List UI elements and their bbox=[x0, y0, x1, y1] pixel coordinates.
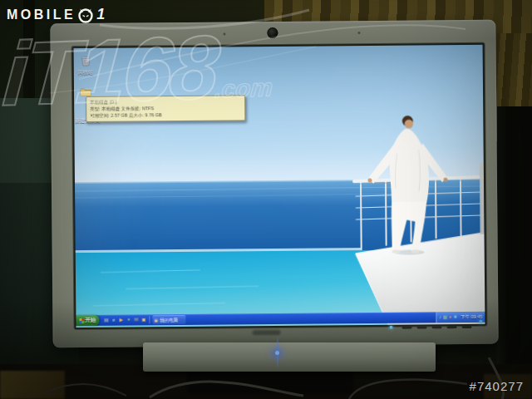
start-label: 开始 bbox=[85, 317, 96, 324]
soundbar bbox=[143, 342, 436, 372]
monitor-control-buttons bbox=[402, 326, 479, 330]
system-tray: ♪ ▦ ● ✱ 下午 09:45 bbox=[436, 312, 485, 323]
it168-watermark: iT168.com bbox=[0, 20, 278, 120]
tray-clock[interactable]: 下午 09:45 bbox=[461, 314, 482, 320]
antivirus-icon[interactable]: ● bbox=[449, 313, 451, 321]
taskbar-separator bbox=[149, 316, 150, 323]
dark-object-right bbox=[497, 106, 532, 368]
folder-quicklaunch-icon[interactable]: ▣ bbox=[140, 316, 146, 323]
volume-icon[interactable]: ♪ bbox=[439, 313, 441, 321]
it168-text: iT168 bbox=[0, 17, 219, 125]
monitor-brand-logo bbox=[253, 330, 281, 335]
task-button-label: 我的电脑 bbox=[160, 318, 178, 323]
media-player-icon[interactable]: ▶ bbox=[118, 317, 124, 324]
photo-id: #740277 bbox=[470, 379, 524, 393]
power-led-icon bbox=[479, 320, 482, 323]
network-icon[interactable]: ▦ bbox=[443, 313, 447, 321]
soundbar-led-icon bbox=[275, 351, 279, 355]
start-button[interactable]: 开始 bbox=[76, 315, 99, 326]
photo-scene: 回收站 新建文件夹 本地磁盘 (D:) 类型: 本地磁盘 文件系统: NTFS … bbox=[0, 0, 532, 399]
bezel-led-icon bbox=[389, 326, 392, 329]
messenger-icon[interactable]: ✦ bbox=[126, 317, 131, 324]
mail-icon[interactable]: ✉ bbox=[133, 316, 139, 323]
task-button[interactable]: ▣ 我的电脑 bbox=[152, 315, 185, 324]
windows-flag-icon bbox=[79, 318, 84, 323]
ie-icon[interactable]: e bbox=[111, 317, 116, 324]
quick-launch: ▤ e ▶ ✦ ✉ ▣ bbox=[103, 316, 146, 323]
messenger-tray-icon[interactable]: ✱ bbox=[453, 313, 457, 321]
it168-tld: .com bbox=[214, 73, 273, 103]
window-icon: ▣ bbox=[154, 318, 158, 323]
mobile01-text: MOBILE bbox=[7, 7, 76, 22]
show-desktop-icon[interactable]: ▤ bbox=[103, 317, 109, 324]
